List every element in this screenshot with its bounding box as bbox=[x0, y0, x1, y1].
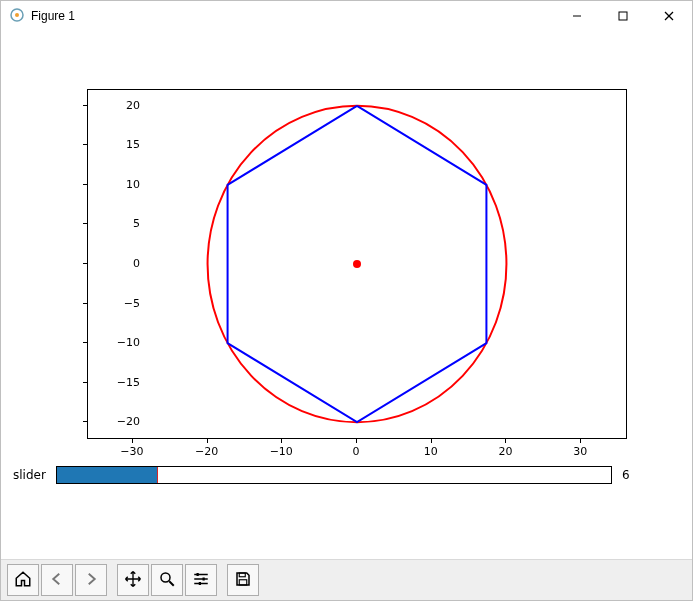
y-tick-label: −10 bbox=[100, 336, 140, 349]
save-button[interactable] bbox=[227, 564, 259, 596]
x-tick-label: −30 bbox=[112, 445, 152, 458]
center-point bbox=[353, 260, 361, 268]
move-icon bbox=[124, 570, 142, 591]
y-tick-label: −15 bbox=[100, 375, 140, 388]
y-tick bbox=[83, 263, 87, 264]
x-tick bbox=[132, 439, 133, 443]
zoom-button[interactable] bbox=[151, 564, 183, 596]
maximize-button[interactable] bbox=[600, 1, 646, 31]
home-button[interactable] bbox=[7, 564, 39, 596]
app-icon bbox=[9, 7, 25, 26]
forward-button[interactable] bbox=[75, 564, 107, 596]
y-tick-label: −20 bbox=[100, 415, 140, 428]
close-button[interactable] bbox=[646, 1, 692, 31]
x-tick-label: −20 bbox=[187, 445, 227, 458]
magnifier-icon bbox=[158, 570, 176, 591]
sliders-icon bbox=[192, 570, 210, 591]
y-tick bbox=[83, 105, 87, 106]
x-tick-label: 0 bbox=[336, 445, 376, 458]
svg-rect-3 bbox=[619, 12, 627, 20]
x-tick-label: −10 bbox=[261, 445, 301, 458]
figure-canvas: −20−15−10−505101520 −30−20−100102030 sli… bbox=[1, 31, 692, 560]
titlebar-buttons bbox=[554, 1, 692, 31]
y-tick-label: 10 bbox=[100, 177, 140, 190]
svg-rect-13 bbox=[199, 582, 201, 585]
slider-label: slider bbox=[13, 468, 46, 482]
svg-point-6 bbox=[161, 573, 170, 582]
arrow-left-icon bbox=[48, 570, 66, 591]
titlebar: Figure 1 bbox=[1, 1, 692, 32]
svg-line-7 bbox=[169, 581, 174, 586]
minimize-button[interactable] bbox=[554, 1, 600, 31]
y-tick-label: 5 bbox=[100, 217, 140, 230]
y-tick bbox=[83, 421, 87, 422]
svg-rect-14 bbox=[239, 573, 245, 577]
window-title: Figure 1 bbox=[31, 9, 75, 23]
configure-subplots-button[interactable] bbox=[185, 564, 217, 596]
back-button[interactable] bbox=[41, 564, 73, 596]
y-tick-label: 0 bbox=[100, 257, 140, 270]
slider-fill bbox=[57, 467, 157, 483]
titlebar-left: Figure 1 bbox=[9, 7, 75, 26]
y-tick bbox=[83, 144, 87, 145]
slider-marker bbox=[157, 467, 158, 483]
y-tick bbox=[83, 223, 87, 224]
pan-button[interactable] bbox=[117, 564, 149, 596]
x-tick bbox=[505, 439, 506, 443]
y-tick-label: −5 bbox=[100, 296, 140, 309]
svg-point-1 bbox=[15, 13, 19, 17]
x-tick bbox=[580, 439, 581, 443]
y-tick-label: 20 bbox=[100, 98, 140, 111]
figure-window: Figure 1 −20−15−10−505101520 −30−20−1001… bbox=[0, 0, 693, 601]
y-tick bbox=[83, 184, 87, 185]
x-tick bbox=[281, 439, 282, 443]
svg-rect-15 bbox=[239, 579, 247, 584]
plot-svg bbox=[88, 90, 626, 438]
home-icon bbox=[14, 570, 32, 591]
x-tick-label: 30 bbox=[560, 445, 600, 458]
svg-rect-12 bbox=[203, 577, 205, 580]
y-tick bbox=[83, 342, 87, 343]
x-tick bbox=[356, 439, 357, 443]
x-tick bbox=[207, 439, 208, 443]
svg-rect-11 bbox=[197, 573, 199, 576]
y-tick-label: 15 bbox=[100, 138, 140, 151]
slider-row: slider 6 bbox=[13, 463, 642, 487]
arrow-right-icon bbox=[82, 570, 100, 591]
axes[interactable] bbox=[87, 89, 627, 439]
x-tick bbox=[431, 439, 432, 443]
navigation-toolbar bbox=[1, 559, 692, 600]
x-tick-label: 10 bbox=[411, 445, 451, 458]
slider-track[interactable] bbox=[56, 466, 612, 484]
y-tick bbox=[83, 382, 87, 383]
x-tick-label: 20 bbox=[485, 445, 525, 458]
save-icon bbox=[234, 570, 252, 591]
slider-value: 6 bbox=[622, 468, 642, 482]
y-tick bbox=[83, 303, 87, 304]
